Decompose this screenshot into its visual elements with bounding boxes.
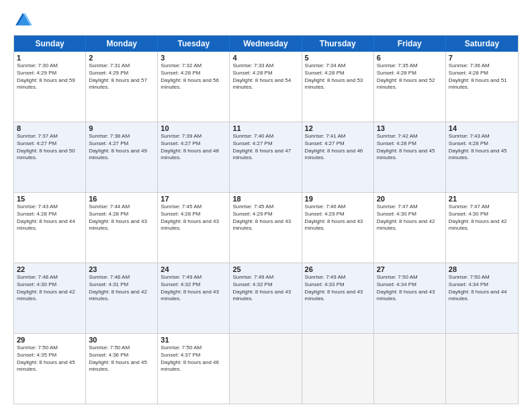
calendar-cell: 18 Sunrise: 7:45 AM Sunset: 4:29 PM Dayl…: [230, 193, 302, 263]
calendar-cell: 6 Sunrise: 7:35 AM Sunset: 4:28 PM Dayli…: [374, 52, 446, 122]
day-number: 29: [17, 336, 83, 344]
calendar-cell: 3 Sunrise: 7:32 AM Sunset: 4:28 PM Dayli…: [158, 52, 230, 122]
calendar-week-5: 29 Sunrise: 7:50 AM Sunset: 4:35 PM Dayl…: [14, 334, 518, 404]
cell-info: Sunrise: 7:49 AM Sunset: 4:32 PM Dayligh…: [232, 274, 298, 303]
calendar-cell: 29 Sunrise: 7:50 AM Sunset: 4:35 PM Dayl…: [14, 334, 86, 404]
calendar-cell: 26 Sunrise: 7:49 AM Sunset: 4:33 PM Dayl…: [302, 263, 374, 333]
cell-info: Sunrise: 7:49 AM Sunset: 4:32 PM Dayligh…: [161, 274, 226, 303]
cell-info: Sunrise: 7:38 AM Sunset: 4:27 PM Dayligh…: [89, 133, 154, 162]
day-number: 7: [449, 54, 515, 62]
cell-info: Sunrise: 7:50 AM Sunset: 4:35 PM Dayligh…: [17, 345, 83, 373]
day-number: 26: [305, 265, 371, 273]
cell-info: Sunrise: 7:46 AM Sunset: 4:29 PM Dayligh…: [305, 203, 371, 232]
day-number: 12: [305, 124, 371, 132]
calendar-cell: 8 Sunrise: 7:37 AM Sunset: 4:27 PM Dayli…: [14, 122, 86, 192]
day-number: 11: [232, 124, 298, 132]
calendar-cell: 16 Sunrise: 7:44 AM Sunset: 4:28 PM Dayl…: [86, 193, 158, 263]
cell-info: Sunrise: 7:43 AM Sunset: 4:28 PM Dayligh…: [449, 133, 515, 162]
day-number: 19: [305, 195, 371, 203]
calendar-cell: 14 Sunrise: 7:43 AM Sunset: 4:28 PM Dayl…: [446, 122, 518, 192]
calendar: SundayMondayTuesdayWednesdayThursdayFrid…: [13, 35, 519, 404]
calendar-week-4: 22 Sunrise: 7:48 AM Sunset: 4:30 PM Dayl…: [14, 263, 518, 334]
calendar-cell: 19 Sunrise: 7:46 AM Sunset: 4:29 PM Dayl…: [302, 193, 374, 263]
cell-info: Sunrise: 7:50 AM Sunset: 4:36 PM Dayligh…: [89, 345, 154, 373]
calendar-cell: 12 Sunrise: 7:41 AM Sunset: 4:27 PM Dayl…: [302, 122, 374, 192]
calendar-cell: 13 Sunrise: 7:42 AM Sunset: 4:28 PM Dayl…: [374, 122, 446, 192]
day-number: 5: [305, 54, 371, 62]
cell-info: Sunrise: 7:31 AM Sunset: 4:29 PM Dayligh…: [89, 62, 154, 91]
calendar-cell: 2 Sunrise: 7:31 AM Sunset: 4:29 PM Dayli…: [86, 52, 158, 122]
day-number: 10: [161, 124, 226, 132]
day-number: 17: [161, 195, 226, 203]
cell-info: Sunrise: 7:44 AM Sunset: 4:28 PM Dayligh…: [89, 203, 154, 232]
logo-icon: [13, 11, 32, 30]
cell-info: Sunrise: 7:48 AM Sunset: 4:30 PM Dayligh…: [17, 274, 83, 303]
header-day-wednesday: Wednesday: [230, 36, 302, 52]
calendar-cell: 22 Sunrise: 7:48 AM Sunset: 4:30 PM Dayl…: [14, 263, 86, 333]
header-day-monday: Monday: [86, 36, 158, 52]
cell-info: Sunrise: 7:35 AM Sunset: 4:28 PM Dayligh…: [377, 62, 443, 91]
calendar-cell: 11 Sunrise: 7:40 AM Sunset: 4:27 PM Dayl…: [230, 122, 302, 192]
calendar-cell: 21 Sunrise: 7:47 AM Sunset: 4:30 PM Dayl…: [446, 193, 518, 263]
calendar-cell: 1 Sunrise: 7:30 AM Sunset: 4:29 PM Dayli…: [14, 52, 86, 122]
calendar-week-2: 8 Sunrise: 7:37 AM Sunset: 4:27 PM Dayli…: [14, 122, 518, 193]
cell-info: Sunrise: 7:40 AM Sunset: 4:27 PM Dayligh…: [232, 133, 298, 162]
calendar-cell: 15 Sunrise: 7:43 AM Sunset: 4:28 PM Dayl…: [14, 193, 86, 263]
calendar-cell: 10 Sunrise: 7:39 AM Sunset: 4:27 PM Dayl…: [158, 122, 230, 192]
cell-info: Sunrise: 7:41 AM Sunset: 4:27 PM Dayligh…: [305, 133, 371, 162]
cell-info: Sunrise: 7:33 AM Sunset: 4:28 PM Dayligh…: [232, 62, 298, 91]
day-number: 4: [232, 54, 298, 62]
calendar-body: 1 Sunrise: 7:30 AM Sunset: 4:29 PM Dayli…: [14, 52, 518, 404]
day-number: 31: [161, 336, 226, 344]
calendar-cell: 20 Sunrise: 7:47 AM Sunset: 4:30 PM Dayl…: [374, 193, 446, 263]
cell-info: Sunrise: 7:49 AM Sunset: 4:33 PM Dayligh…: [305, 274, 371, 303]
calendar-cell: 7 Sunrise: 7:36 AM Sunset: 4:28 PM Dayli…: [446, 52, 518, 122]
cell-info: Sunrise: 7:47 AM Sunset: 4:30 PM Dayligh…: [449, 203, 515, 232]
day-number: 8: [17, 124, 83, 132]
calendar-cell: 27 Sunrise: 7:50 AM Sunset: 4:34 PM Dayl…: [374, 263, 446, 333]
cell-info: Sunrise: 7:36 AM Sunset: 4:28 PM Dayligh…: [449, 62, 515, 91]
calendar-week-3: 15 Sunrise: 7:43 AM Sunset: 4:28 PM Dayl…: [14, 193, 518, 263]
day-number: 18: [232, 195, 298, 203]
day-number: 23: [89, 265, 154, 273]
cell-info: Sunrise: 7:37 AM Sunset: 4:27 PM Dayligh…: [17, 133, 83, 162]
calendar-cell: [230, 334, 302, 404]
day-number: 27: [377, 265, 443, 273]
page: SundayMondayTuesdayWednesdayThursdayFrid…: [0, 0, 532, 411]
day-number: 14: [449, 124, 515, 132]
calendar-cell: 28 Sunrise: 7:50 AM Sunset: 4:34 PM Dayl…: [446, 263, 518, 333]
cell-info: Sunrise: 7:32 AM Sunset: 4:28 PM Dayligh…: [161, 62, 226, 91]
day-number: 28: [449, 265, 515, 273]
cell-info: Sunrise: 7:45 AM Sunset: 4:28 PM Dayligh…: [161, 203, 226, 232]
cell-info: Sunrise: 7:47 AM Sunset: 4:30 PM Dayligh…: [377, 203, 443, 232]
cell-info: Sunrise: 7:43 AM Sunset: 4:28 PM Dayligh…: [17, 203, 83, 232]
calendar-cell: 24 Sunrise: 7:49 AM Sunset: 4:32 PM Dayl…: [158, 263, 230, 333]
header-day-tuesday: Tuesday: [158, 36, 230, 52]
calendar-header: SundayMondayTuesdayWednesdayThursdayFrid…: [14, 36, 518, 52]
header-day-sunday: Sunday: [14, 36, 86, 52]
cell-info: Sunrise: 7:48 AM Sunset: 4:31 PM Dayligh…: [89, 274, 154, 303]
header-day-thursday: Thursday: [302, 36, 374, 52]
calendar-cell: [446, 334, 518, 404]
day-number: 21: [449, 195, 515, 203]
calendar-cell: [302, 334, 374, 404]
calendar-cell: 4 Sunrise: 7:33 AM Sunset: 4:28 PM Dayli…: [230, 52, 302, 122]
header-day-friday: Friday: [374, 36, 446, 52]
cell-info: Sunrise: 7:50 AM Sunset: 4:34 PM Dayligh…: [449, 274, 515, 303]
day-number: 25: [232, 265, 298, 273]
cell-info: Sunrise: 7:50 AM Sunset: 4:37 PM Dayligh…: [161, 345, 226, 373]
day-number: 9: [89, 124, 154, 132]
cell-info: Sunrise: 7:39 AM Sunset: 4:27 PM Dayligh…: [161, 133, 226, 162]
logo: [13, 11, 35, 30]
day-number: 16: [89, 195, 154, 203]
day-number: 20: [377, 195, 443, 203]
day-number: 2: [89, 54, 154, 62]
day-number: 22: [17, 265, 83, 273]
cell-info: Sunrise: 7:50 AM Sunset: 4:34 PM Dayligh…: [377, 274, 443, 303]
calendar-cell: 9 Sunrise: 7:38 AM Sunset: 4:27 PM Dayli…: [86, 122, 158, 192]
cell-info: Sunrise: 7:34 AM Sunset: 4:28 PM Dayligh…: [305, 62, 371, 91]
calendar-cell: 31 Sunrise: 7:50 AM Sunset: 4:37 PM Dayl…: [158, 334, 230, 404]
cell-info: Sunrise: 7:42 AM Sunset: 4:28 PM Dayligh…: [377, 133, 443, 162]
day-number: 3: [161, 54, 226, 62]
calendar-cell: 30 Sunrise: 7:50 AM Sunset: 4:36 PM Dayl…: [86, 334, 158, 404]
